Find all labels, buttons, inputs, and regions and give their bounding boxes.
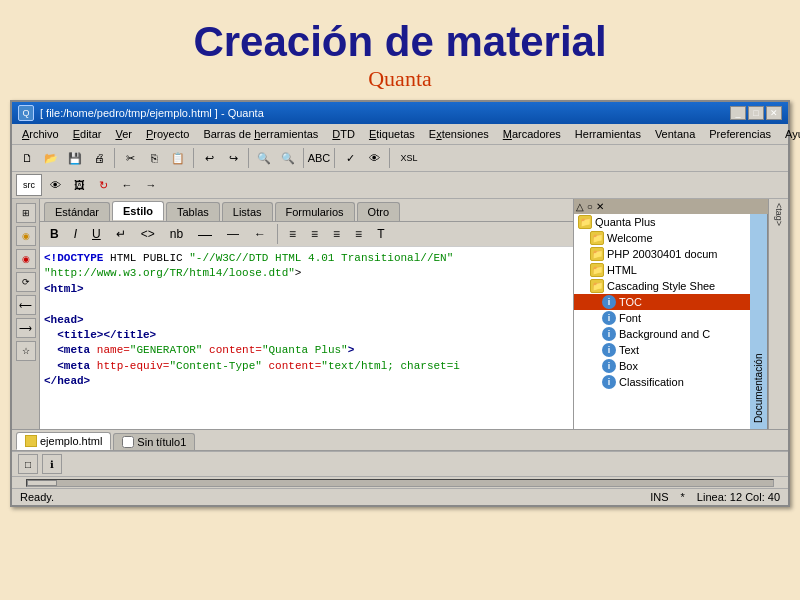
tree-label: HTML [607, 264, 637, 276]
sep4 [303, 148, 304, 168]
source-button[interactable]: src [16, 174, 42, 196]
toolbar2: src 👁 🖼 ↻ ← → [12, 172, 788, 199]
nbsp-button[interactable]: nb [164, 225, 189, 243]
tree-label: Classification [619, 376, 684, 388]
menu-ver[interactable]: Ver [109, 126, 138, 142]
tab-listas[interactable]: Listas [222, 202, 273, 221]
xsl-button[interactable]: XSL [394, 147, 424, 169]
file-tab-ejemplo.html[interactable]: ejemplo.html [16, 432, 111, 450]
right-panel: △ ○ ✕ 📁Quanta Plus📁Welcome📁PHP 20030401 … [573, 199, 768, 429]
tab-estandar[interactable]: Estándar [44, 202, 110, 221]
menu-ventana[interactable]: Ventana [649, 126, 701, 142]
eye-button[interactable]: 👁 [44, 174, 66, 196]
file-tab-checkbox[interactable] [122, 436, 134, 448]
cut-button[interactable]: ✂ [119, 147, 141, 169]
panel-btn-6[interactable]: ⟶ [16, 318, 36, 338]
align-right[interactable]: ≡ [327, 225, 346, 243]
menubar: Archivo Editar Ver Proyecto Barras de he… [12, 124, 788, 145]
menu-editar[interactable]: Editar [67, 126, 108, 142]
tree-item-toc[interactable]: iTOC [574, 294, 750, 310]
file-tab-sin-título1[interactable]: Sin título1 [113, 433, 195, 450]
new-button[interactable]: 🗋 [16, 147, 38, 169]
panel-btn-7[interactable]: ☆ [16, 341, 36, 361]
save-button[interactable]: 💾 [64, 147, 86, 169]
maximize-button[interactable]: □ [748, 106, 764, 120]
italic-button[interactable]: I [68, 225, 83, 243]
panel-btn-2[interactable]: ◉ [16, 226, 36, 246]
menu-etiquetas[interactable]: Etiquetas [363, 126, 421, 142]
left-panel: ⊞ ◉ ◉ ⟳ ⟵ ⟶ ☆ [12, 199, 40, 429]
minimize-button[interactable]: _ [730, 106, 746, 120]
indent-button[interactable]: ← [248, 225, 272, 243]
scrollbar-thumb[interactable] [27, 480, 57, 486]
align-center[interactable]: ≡ [305, 225, 324, 243]
print-button[interactable]: 🖨 [88, 147, 110, 169]
undo-button[interactable]: ↩ [198, 147, 220, 169]
bottom-btn-1[interactable]: □ [18, 454, 38, 474]
panel-btn-3[interactable]: ◉ [16, 249, 36, 269]
tab-estilo[interactable]: Estilo [112, 201, 164, 221]
hr2-button[interactable]: — [221, 225, 245, 243]
tab-formularios[interactable]: Formularios [275, 202, 355, 221]
tag-panel-label: <tag> [774, 203, 784, 226]
menu-preferencias[interactable]: Preferencias [703, 126, 777, 142]
panel-btn-5[interactable]: ⟵ [16, 295, 36, 315]
tag-button[interactable]: <> [135, 225, 161, 243]
tree-item-html[interactable]: 📁HTML [574, 262, 750, 278]
reload-button[interactable]: ↻ [92, 174, 114, 196]
status-right: INS * Linea: 12 Col: 40 [650, 491, 780, 503]
validate-button[interactable]: ✓ [339, 147, 361, 169]
forward-button[interactable]: → [140, 174, 162, 196]
bold-button[interactable]: B [44, 225, 65, 243]
menu-proyecto[interactable]: Proyecto [140, 126, 195, 142]
align-justify[interactable]: ≡ [349, 225, 368, 243]
copy-button[interactable]: ⎘ [143, 147, 165, 169]
back-button[interactable]: ← [116, 174, 138, 196]
tree-item-box[interactable]: iBox [574, 358, 750, 374]
replace-button[interactable]: 🔍 [277, 147, 299, 169]
text-size-button[interactable]: T [371, 225, 390, 243]
spell-button[interactable]: ABC [308, 147, 330, 169]
paste-button[interactable]: 📋 [167, 147, 189, 169]
hr-button[interactable]: — [192, 224, 218, 244]
open-button[interactable]: 📂 [40, 147, 62, 169]
image-button[interactable]: 🖼 [68, 174, 90, 196]
tree-item-welcome[interactable]: 📁Welcome [574, 230, 750, 246]
folder-icon: 📁 [590, 263, 604, 277]
find-button[interactable]: 🔍 [253, 147, 275, 169]
tree-item-php-20030401-docum[interactable]: 📁PHP 20030401 docum [574, 246, 750, 262]
return-button[interactable]: ↵ [110, 225, 132, 243]
menu-marcadores[interactable]: Marcadores [497, 126, 567, 142]
tab-otro[interactable]: Otro [357, 202, 400, 221]
scrollbar-track[interactable] [26, 479, 774, 487]
menu-ayuda[interactable]: Ayuda [779, 126, 800, 142]
panel-btn-4[interactable]: ⟳ [16, 272, 36, 292]
menu-dtd[interactable]: DTD [326, 126, 361, 142]
align-left[interactable]: ≡ [283, 225, 302, 243]
doc-tab[interactable]: Documentación [750, 214, 768, 429]
menu-barras[interactable]: Barras de herramientas [197, 126, 324, 142]
tree-item-font[interactable]: iFont [574, 310, 750, 326]
tree-item-quanta-plus[interactable]: 📁Quanta Plus [574, 214, 750, 230]
tree-item-background-and-c[interactable]: iBackground and C [574, 326, 750, 342]
tree-item-cascading-style-shee[interactable]: 📁Cascading Style Shee [574, 278, 750, 294]
tab-tablas[interactable]: Tablas [166, 202, 220, 221]
horizontal-scrollbar[interactable] [12, 476, 788, 488]
statusbar: Ready. INS * Linea: 12 Col: 40 [12, 488, 788, 505]
preview-button[interactable]: 👁 [363, 147, 385, 169]
menu-extensiones[interactable]: Extensiones [423, 126, 495, 142]
page-header: Creación de material Quanta [0, 0, 800, 100]
menu-herramientas[interactable]: Herramientas [569, 126, 647, 142]
underline-button[interactable]: U [86, 225, 107, 243]
window-title: [ file:/home/pedro/tmp/ejemplo.html ] - … [40, 107, 264, 119]
menu-archivo[interactable]: Archivo [16, 126, 65, 142]
redo-button[interactable]: ↪ [222, 147, 244, 169]
tree-item-text[interactable]: iText [574, 342, 750, 358]
code-editor[interactable]: <!DOCTYPE HTML PUBLIC "-//W3C//DTD HTML … [40, 247, 573, 429]
tree-label: Box [619, 360, 638, 372]
tree-item-classification[interactable]: iClassification [574, 374, 750, 390]
panel-btn-1[interactable]: ⊞ [16, 203, 36, 223]
tree-label: Font [619, 312, 641, 324]
bottom-btn-2[interactable]: ℹ [42, 454, 62, 474]
close-button[interactable]: ✕ [766, 106, 782, 120]
